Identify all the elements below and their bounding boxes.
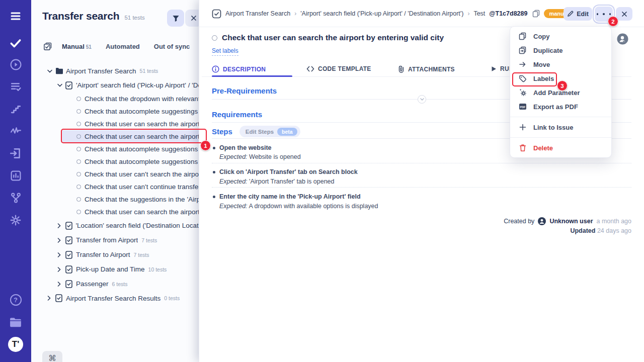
chevron-down-icon[interactable]: [57, 83, 65, 87]
edit-steps-button[interactable]: Edit Steps beta: [239, 126, 300, 137]
copy-id-icon[interactable]: [532, 10, 540, 18]
menu-item-copy[interactable]: Copy: [510, 29, 611, 43]
tab-code-template[interactable]: CODE TEMPLATE: [306, 65, 371, 72]
chevron-down-icon: [420, 98, 424, 101]
tree-suite-item[interactable]: 'Location' search field ('Destination Lo…: [31, 218, 202, 233]
code-icon: [306, 66, 314, 72]
pulse-activity-icon[interactable]: [0, 125, 31, 137]
arrow-right-icon: [518, 61, 527, 68]
projects-folder-icon[interactable]: [0, 316, 31, 328]
milestones-steps-icon[interactable]: [0, 103, 31, 115]
tab-out-of-sync[interactable]: Out of sync: [154, 43, 190, 50]
chevron-down-icon[interactable]: [47, 69, 55, 73]
tree-test-item[interactable]: Check that the suggestions in the 'Airpo…: [31, 193, 202, 206]
annotation-badge-1: 1: [200, 140, 211, 151]
tree-test-item[interactable]: Check that autocomplete suggestions are …: [31, 143, 202, 155]
close-panel-button[interactable]: [616, 7, 632, 21]
annotation-badge-3: 3: [557, 80, 568, 91]
tree-suite-item[interactable]: Passenger6 tests: [31, 277, 202, 291]
menu-item-export-pdf[interactable]: PDF Export as PDF: [510, 100, 611, 114]
chevron-right-icon[interactable]: [57, 267, 65, 272]
step-expected: Expected: Website is opened: [219, 153, 301, 160]
suite-doc-icon: [65, 81, 76, 89]
tab-automated[interactable]: Automated: [106, 43, 140, 50]
plans-list-check-icon[interactable]: [0, 80, 31, 93]
tree-panel-count: 51 tests: [124, 15, 144, 21]
active-tab-underline: [212, 75, 292, 77]
tree-test-item[interactable]: Check that autocomplete suggestions are …: [31, 155, 202, 168]
parameter-gear-icon: [518, 88, 527, 97]
tree-suite-item[interactable]: Transfer from Airport7 tests: [31, 233, 202, 247]
menu-item-link-to-issue[interactable]: Link to Issue: [510, 120, 611, 134]
tree-suite-item[interactable]: Airport Transfer Search Results0 tests: [31, 291, 202, 305]
chevron-right-icon[interactable]: [47, 296, 55, 301]
tab-attachments[interactable]: ATTACHMENTS: [398, 65, 455, 73]
test-circle-icon: [76, 172, 81, 176]
svg-text:PDF: PDF: [520, 106, 525, 109]
tree-test-item[interactable]: Check that user can search the airport b…: [31, 206, 202, 218]
tab-manual[interactable]: Manual51: [62, 43, 92, 50]
menu-item-delete[interactable]: Delete: [510, 141, 611, 155]
breadcrumb-item[interactable]: 'Airport' search field ('Pick-up Airport…: [300, 10, 463, 17]
filter-button[interactable]: [167, 10, 184, 27]
breadcrumb-doc-icon: [212, 9, 221, 19]
edit-button[interactable]: Edit: [564, 7, 592, 21]
branch-icon[interactable]: [0, 192, 31, 204]
suite-doc-icon: [65, 222, 76, 230]
chevron-right-icon[interactable]: [57, 238, 65, 243]
play-icon: [491, 66, 497, 72]
tests-check-icon[interactable]: [0, 37, 31, 50]
section-pre-requirements: Pre-Requirements: [212, 86, 277, 95]
menu-item-duplicate[interactable]: Duplicate: [510, 43, 611, 57]
step-divider: [212, 187, 631, 188]
created-ago: a month ago: [597, 218, 632, 225]
test-circle-icon: [76, 109, 81, 114]
step-expected: Expected: 'Airport Transfer' tab is open…: [219, 178, 335, 185]
set-labels-link[interactable]: Set labels: [212, 47, 238, 56]
info-icon: [212, 65, 219, 73]
step-bullet: [213, 171, 215, 173]
pencil-icon: [567, 11, 574, 17]
tab-description[interactable]: DESCRIPTION: [212, 65, 266, 73]
batch-select-icon[interactable]: [43, 42, 52, 51]
analytics-chart-icon[interactable]: [0, 169, 31, 182]
menu-item-move[interactable]: Move: [510, 57, 611, 71]
help-icon[interactable]: ?: [0, 294, 31, 306]
paperclip-icon: [398, 65, 405, 73]
tree-test-item[interactable]: Check that user can't continue transfer …: [31, 180, 202, 193]
tree-suite-item[interactable]: Transfer to Airport7 tests: [31, 247, 202, 262]
breadcrumb: Airport Transfer Search › 'Airport' sear…: [212, 0, 574, 27]
import-icon[interactable]: [0, 147, 31, 160]
command-key-icon: ⌘: [48, 353, 56, 362]
tree-panel-title: Transfer search: [42, 10, 119, 22]
tree-test-item[interactable]: Check that the dropdown with relevant su…: [31, 93, 202, 105]
chevron-right-icon[interactable]: [57, 252, 65, 257]
chevron-right-icon[interactable]: [57, 223, 65, 228]
assignee-avatar[interactable]: [617, 33, 628, 47]
menu-icon[interactable]: [0, 10, 31, 22]
runs-play-icon[interactable]: [0, 58, 31, 71]
created-by-row: Created by Unknown user a month ago: [504, 217, 631, 225]
section-requirements: Requirements: [212, 110, 262, 119]
menu-divider: [510, 117, 611, 117]
breadcrumb-item[interactable]: Airport Transfer Search: [225, 10, 290, 17]
test-circle-icon: [76, 147, 81, 151]
annotation-badge-2: 2: [608, 16, 618, 27]
section-steps: Steps: [212, 127, 232, 136]
collapse-section-button[interactable]: [418, 95, 426, 104]
chevron-right-icon[interactable]: [57, 282, 65, 287]
more-actions-menu: Copy Duplicate Move Labels Add Parameter…: [510, 26, 612, 158]
command-shortcut-button[interactable]: ⌘: [42, 351, 62, 362]
tree-test-item[interactable]: Check that user can't search the airport…: [31, 168, 202, 180]
tree-folder-item[interactable]: Airport Transfer Search51 tests: [31, 64, 202, 78]
pdf-icon: PDF: [518, 103, 527, 110]
test-circle-icon: [212, 35, 217, 41]
tree-suite-item[interactable]: 'Airport' search field ('Pick-up Airport…: [31, 78, 202, 93]
tree-suite-item[interactable]: Pick-up Date and Time10 tests: [31, 262, 202, 277]
app-logo[interactable]: T': [0, 337, 31, 352]
updated-row: Updated 24 days ago: [570, 227, 631, 234]
tree-test-item[interactable]: Check that autocomplete suggestings are …: [31, 105, 202, 118]
settings-gear-icon[interactable]: [0, 214, 31, 227]
step-bullet: [213, 196, 215, 198]
test-circle-icon: [76, 210, 81, 214]
